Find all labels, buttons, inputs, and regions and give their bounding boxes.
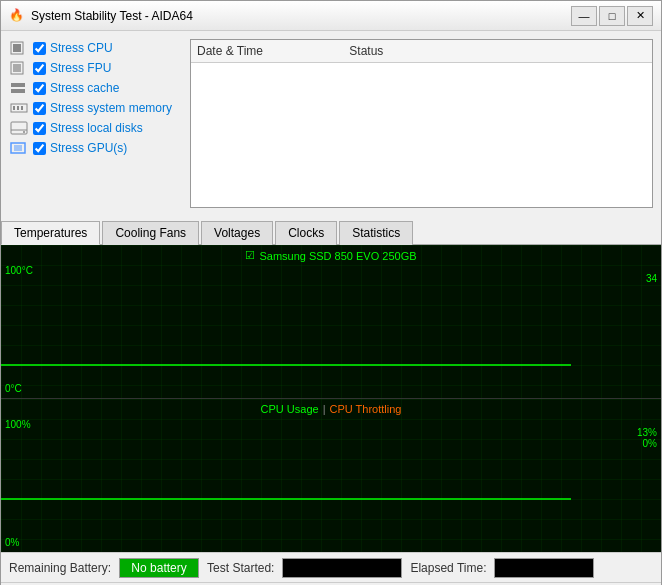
- charts-area: ☑ Samsung SSD 850 EVO 250GB: [1, 245, 661, 552]
- svg-rect-18: [1, 399, 661, 552]
- cpu-values-right: 13% 0%: [637, 427, 657, 449]
- svg-rect-1: [13, 44, 21, 52]
- status-bar: Remaining Battery: No battery Test Start…: [1, 552, 661, 582]
- stress-cache-checkbox[interactable]: [33, 82, 46, 95]
- stress-local-item: Stress local disks: [9, 119, 178, 137]
- date-time-header: Date & Time: [195, 42, 347, 60]
- test-started-value: [282, 558, 402, 578]
- log-table: Date & Time Status: [190, 39, 653, 208]
- top-area: Stress CPU Stress FPU Stress cache: [1, 31, 661, 216]
- svg-rect-4: [11, 83, 25, 87]
- stress-fpu-checkbox[interactable]: [33, 62, 46, 75]
- tab-clocks[interactable]: Clocks: [275, 221, 337, 245]
- elapsed-value: [494, 558, 594, 578]
- stress-gpu-checkbox[interactable]: [33, 142, 46, 155]
- cpu-chart: CPU Usage | CPU Throttling: [1, 399, 661, 552]
- svg-rect-9: [21, 106, 23, 110]
- cpu-y-bot: 0%: [5, 537, 19, 548]
- stress-cpu-label: Stress CPU: [50, 41, 113, 55]
- cpu-y-top: 100%: [5, 419, 31, 430]
- stress-local-label: Stress local disks: [50, 121, 143, 135]
- tabs-section: Temperatures Cooling Fans Voltages Clock…: [1, 216, 661, 552]
- svg-rect-16: [1, 245, 661, 398]
- stress-cpu-item: Stress CPU: [9, 39, 178, 57]
- stress-cache-label: Stress cache: [50, 81, 119, 95]
- maximize-button[interactable]: □: [599, 6, 625, 26]
- cpu-icon: [9, 40, 29, 56]
- tab-bar: Temperatures Cooling Fans Voltages Clock…: [1, 216, 661, 245]
- tab-voltages[interactable]: Voltages: [201, 221, 273, 245]
- cpu-throttle-value: 0%: [643, 438, 657, 449]
- ssd-grid-svg: [1, 245, 661, 398]
- svg-rect-7: [13, 106, 15, 110]
- window-controls: — □ ✕: [571, 6, 653, 26]
- svg-rect-5: [11, 89, 25, 93]
- test-started-label: Test Started:: [207, 561, 274, 575]
- battery-value: No battery: [119, 558, 199, 578]
- cpu-chart-label: CPU Usage | CPU Throttling: [1, 403, 661, 415]
- stress-cache-item: Stress cache: [9, 79, 178, 97]
- ssd-value: 34: [646, 273, 657, 284]
- window-title: System Stability Test - AIDA64: [31, 9, 571, 23]
- cpu-usage-label: CPU Usage: [261, 403, 319, 415]
- stress-memory-label: Stress system memory: [50, 101, 172, 115]
- tab-temperatures[interactable]: Temperatures: [1, 221, 100, 245]
- ssd-chart-title: Samsung SSD 850 EVO 250GB: [259, 250, 416, 262]
- svg-point-12: [23, 131, 25, 133]
- status-header: Status: [347, 42, 648, 60]
- cpu-throttling-label: CPU Throttling: [330, 403, 402, 415]
- tab-statistics[interactable]: Statistics: [339, 221, 413, 245]
- chart-separator: |: [323, 403, 326, 415]
- minimize-button[interactable]: —: [571, 6, 597, 26]
- cpu-grid-svg: [1, 399, 661, 552]
- stress-local-checkbox[interactable]: [33, 122, 46, 135]
- stress-fpu-item: Stress FPU: [9, 59, 178, 77]
- log-panel: Date & Time Status: [186, 31, 661, 216]
- svg-rect-3: [13, 64, 21, 72]
- cache-icon: [9, 80, 29, 96]
- stress-memory-item: Stress system memory: [9, 99, 178, 117]
- log-header: Date & Time Status: [191, 40, 652, 63]
- ssd-chart-label: ☑ Samsung SSD 850 EVO 250GB: [1, 249, 661, 262]
- cpu-usage-value: 13%: [637, 427, 657, 438]
- ssd-y-top: 100°C: [5, 265, 33, 276]
- fpu-icon: [9, 60, 29, 76]
- memory-icon: [9, 100, 29, 116]
- app-icon: 🔥: [9, 8, 25, 24]
- stress-fpu-label: Stress FPU: [50, 61, 111, 75]
- ssd-chart-canvas: 100°C 0°C 34: [1, 245, 661, 398]
- title-bar: 🔥 System Stability Test - AIDA64 — □ ✕: [1, 1, 661, 31]
- ssd-chart: ☑ Samsung SSD 850 EVO 250GB: [1, 245, 661, 399]
- ssd-y-bot: 0°C: [5, 383, 22, 394]
- stress-memory-checkbox[interactable]: [33, 102, 46, 115]
- stress-options-panel: Stress CPU Stress FPU Stress cache: [1, 31, 186, 216]
- svg-rect-8: [17, 106, 19, 110]
- main-window: 🔥 System Stability Test - AIDA64 — □ ✕ S…: [0, 0, 662, 585]
- elapsed-label: Elapsed Time:: [410, 561, 486, 575]
- tab-cooling-fans[interactable]: Cooling Fans: [102, 221, 199, 245]
- disk-icon: [9, 120, 29, 136]
- gpu-icon: [9, 140, 29, 156]
- battery-label: Remaining Battery:: [9, 561, 111, 575]
- close-window-button[interactable]: ✕: [627, 6, 653, 26]
- svg-rect-14: [14, 145, 22, 151]
- stress-cpu-checkbox[interactable]: [33, 42, 46, 55]
- cpu-chart-canvas: 100% 0% 13% 0%: [1, 399, 661, 552]
- stress-gpu-label: Stress GPU(s): [50, 141, 127, 155]
- stress-gpu-item: Stress GPU(s): [9, 139, 178, 157]
